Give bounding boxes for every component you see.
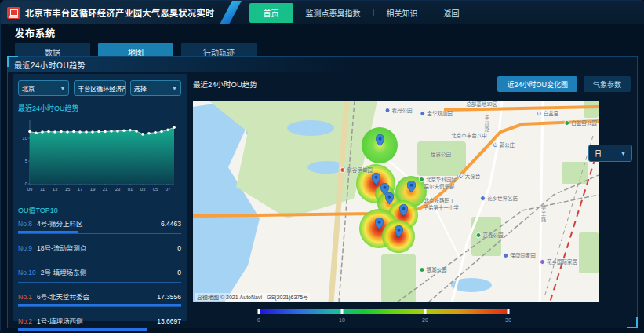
value-bar-track	[18, 230, 181, 234]
data-point	[116, 130, 119, 133]
publish-system-label: 发布系统	[15, 26, 637, 39]
park-select[interactable]: 丰台区循环经济产▼	[74, 80, 125, 96]
map-pin-icon[interactable]	[407, 181, 416, 196]
top10-row[interactable]: No.16号-北天堂村委会17.3556	[18, 291, 181, 307]
scale-tick-label: 10	[339, 317, 345, 323]
x-tick-label: 07	[166, 187, 171, 192]
poi-icon	[420, 111, 425, 116]
value-bar-fill	[18, 304, 181, 306]
value-bar-fill	[18, 328, 147, 331]
map-pin-icon[interactable]	[399, 204, 408, 219]
city-select[interactable]: 北京▼	[18, 80, 69, 96]
trend-chart-svg: 0510091113151719212301030507	[18, 115, 178, 195]
top10-row-line: No.102号-填埋场东侧0	[18, 267, 181, 276]
time-unit-value: 日	[595, 148, 602, 159]
x-tick-label: 03	[140, 187, 146, 192]
main-nav: 首页监测点恶臭指数相关知识返回	[249, 3, 472, 23]
value-bar-track	[18, 279, 181, 283]
data-point	[97, 130, 100, 134]
park-icon	[476, 232, 482, 238]
dropdown-value: 选择	[134, 84, 147, 93]
map-label-text: 白盆窑	[544, 109, 559, 117]
scale-tick-label: 30	[505, 317, 511, 323]
map-button-ou-24h-chart[interactable]: 近24小时OU变化图	[497, 76, 577, 92]
time-unit-dropdown[interactable]: 日 ▼	[588, 145, 632, 162]
map-label-text: 花乡国际家居	[547, 258, 577, 265]
site-select[interactable]: 选择▼	[130, 80, 181, 96]
data-point	[53, 130, 56, 134]
map-label: 看丹公园	[385, 106, 413, 114]
top10-row[interactable]: No.918号-流动监测点0	[18, 243, 181, 258]
map-label-text: 世界公园	[431, 150, 451, 158]
main-panel: 最近24小时OU趋势 北京▼丰台区循环经济产▼选择▼ 最近24小时OU趋势 05…	[7, 56, 638, 328]
map-label-text: 紫谷伊甸园	[347, 166, 373, 174]
map-label-text: 高尔夫俱乐部	[424, 182, 455, 190]
poi-icon	[385, 108, 391, 113]
park-icon	[564, 120, 569, 126]
panel-content: 北京▼丰台区循环经济产▼选择▼ 最近24小时OU趋势 0510091113151…	[8, 72, 637, 328]
ou-value: 6.4463	[161, 220, 181, 228]
top10-row-line: No.16号-北天堂村委会17.3556	[18, 291, 181, 301]
map-canvas[interactable]: 高德地图 © 2021 AutoNavi - GS(2021)6375号 看丹公…	[193, 101, 599, 302]
map-label-text: 郭公庄	[500, 141, 515, 148]
map-pin-icon[interactable]	[385, 192, 394, 207]
map-label: 高鑫公园	[476, 231, 504, 239]
value-bar-track	[18, 328, 181, 331]
map-pin-icon[interactable]	[375, 218, 384, 232]
ou-value: 0	[177, 269, 181, 276]
trend-chart-label: 最近24小时OU趋势	[18, 103, 181, 113]
map-label: 金华双加园	[420, 109, 453, 117]
nav-item-home[interactable]: 首页	[249, 3, 293, 23]
value-bar-track	[18, 303, 181, 307]
scale-tick-label: 0	[257, 317, 260, 323]
map-label-text: 高鑫公园	[483, 231, 504, 239]
metro-station-icon: M	[493, 142, 498, 148]
app-logo-icon	[7, 7, 20, 19]
top10-row[interactable]: No.21号-填埋场西侧13.6697	[18, 316, 181, 331]
nav-item-monitor-odor-index[interactable]: 监测点恶臭指数	[293, 4, 373, 22]
map-buttons: 近24小时OU变化图气象参数	[497, 76, 631, 92]
data-point	[60, 130, 63, 134]
x-tick-label: 19	[90, 187, 96, 192]
map-pin-icon[interactable]	[372, 173, 380, 188]
map-label-text: 子弟第十一小学	[423, 203, 459, 211]
chevron-down-icon: ▼	[620, 151, 626, 156]
map-pin-icon[interactable]	[376, 134, 384, 149]
ou-top10-label: OU值TOP10	[18, 205, 181, 215]
data-point	[141, 133, 144, 136]
data-point	[41, 130, 44, 134]
map-label: 白盆窑公园	[564, 119, 597, 126]
nav-item-related-knowledge[interactable]: 相关知识	[374, 4, 431, 22]
top10-row[interactable]: No.84号-筛分上料区6.4463	[18, 218, 181, 234]
map-panel-header: 最近24小时OU趋势 近24小时OU变化图气象参数	[193, 74, 631, 94]
map-label: 紫谷伊甸园	[340, 166, 373, 174]
map-label: M郭公庄	[493, 141, 515, 148]
map-label-text: 北京市丰台八中	[451, 131, 487, 139]
map-button-weather-params[interactable]: 气象参数	[584, 76, 631, 92]
x-tick-label: 17	[78, 187, 83, 192]
map-label: 总部基地10区	[466, 101, 497, 108]
data-point	[78, 130, 82, 134]
park-icon	[420, 267, 425, 273]
poi-icon	[480, 196, 486, 201]
data-point	[91, 130, 94, 134]
map-label-text: 总部基地10区	[466, 101, 497, 108]
header-slash-decoration	[220, 1, 242, 24]
data-point	[154, 131, 157, 134]
map-pin-icon[interactable]	[395, 225, 403, 240]
map-label: 北京市丰台八中	[451, 131, 487, 139]
data-point	[66, 130, 69, 134]
nav-item-back[interactable]: 返回	[431, 4, 472, 22]
top10-row[interactable]: No.102号-填埋场东侧0	[18, 267, 181, 283]
chevron-down-icon: ▼	[172, 86, 177, 91]
app-root: 北京市丰台区循环经济产业园大气恶臭状况实时 首页监测点恶臭指数相关知识返回 发布…	[0, 0, 644, 333]
data-point	[122, 130, 126, 133]
map-label: 樊羊路	[539, 206, 547, 224]
ou-color-scale: 0102030	[259, 309, 508, 327]
top-header: 北京市丰台区循环经济产业园大气恶臭状况实时 首页监测点恶臭指数相关知识返回	[1, 1, 644, 24]
panel-header: 最近24小时OU趋势	[8, 57, 637, 72]
x-tick-label: 09	[27, 187, 33, 192]
sidebar: 北京▼丰台区循环经济产▼选择▼ 最近24小时OU趋势 0510091113151…	[13, 74, 187, 321]
map-label-text: 樊羊路	[539, 206, 547, 224]
x-tick-label: 13	[53, 187, 58, 192]
